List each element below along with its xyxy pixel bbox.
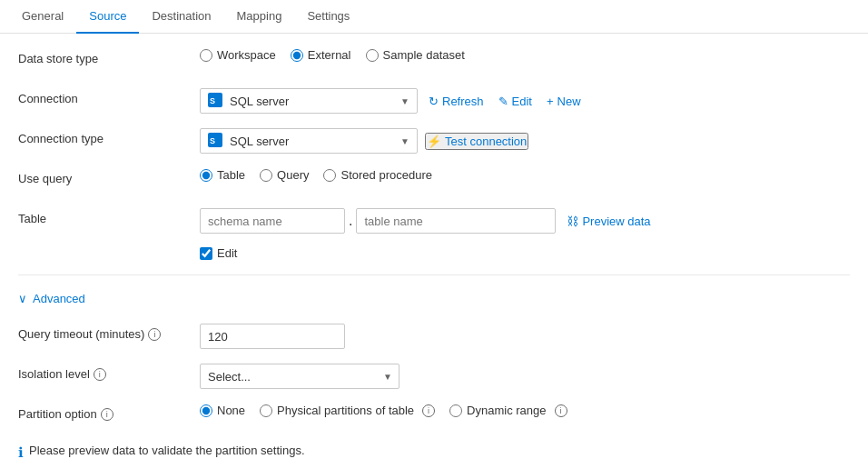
schema-name-input[interactable] [200, 208, 345, 234]
advanced-divider [18, 274, 850, 275]
edit-checkbox[interactable] [200, 247, 212, 260]
test-connection-button[interactable]: ⚡ Test connection [425, 133, 528, 150]
physical-partitions-label: Physical partitions of table [277, 404, 414, 417]
workspace-radio[interactable]: Workspace [200, 48, 276, 62]
connection-select-wrapper[interactable]: S SQL server ▼ [200, 88, 418, 114]
connection-type-row: Connection type S SQL server ▼ ⚡ Test co… [18, 128, 850, 154]
table-separator: . [349, 213, 352, 229]
info-message-icon: ℹ [18, 444, 24, 459]
query-timeout-label: Query timeout (minutes) i [18, 324, 200, 341]
partition-option-control: None Physical partitions of table i Dyna… [200, 404, 850, 417]
data-store-type-row: Data store type Workspace External Sampl… [18, 48, 850, 74]
query-timeout-input[interactable] [200, 324, 345, 349]
sql-server-icon: S [208, 93, 222, 110]
query-timeout-control [200, 324, 850, 349]
isolation-level-info-icon[interactable]: i [94, 368, 106, 381]
sample-dataset-radio[interactable]: Sample dataset [366, 48, 465, 62]
isolation-level-row: Isolation level i Select... Read uncommi… [18, 364, 850, 389]
isolation-level-select[interactable]: Select... Read uncommitted Read committe… [200, 364, 399, 389]
info-message-text: Please preview data to validate the part… [29, 444, 305, 457]
sample-dataset-label: Sample dataset [383, 48, 465, 62]
dynamic-range-info-icon[interactable]: i [555, 404, 567, 417]
query-radio-label: Query [277, 168, 309, 182]
connection-type-select-wrapper[interactable]: S SQL server ▼ [200, 128, 418, 154]
data-store-type-label: Data store type [18, 48, 200, 65]
connection-type-control: S SQL server ▼ ⚡ Test connection [200, 128, 850, 154]
table-label: Table [18, 208, 200, 225]
svg-text:S: S [210, 96, 215, 105]
none-partition-radio[interactable]: None [200, 404, 245, 417]
partition-option-row: Partition option i None Physical partiti… [18, 404, 850, 429]
use-query-radio-group: Table Query Stored procedure [200, 168, 432, 182]
advanced-toggle[interactable]: ∨ Advanced [18, 288, 850, 309]
stored-procedure-label: Stored procedure [340, 168, 431, 182]
plus-icon: + [547, 95, 554, 108]
tab-bar: General Source Destination Mapping Setti… [0, 0, 868, 34]
table-radio-label: Table [217, 168, 245, 182]
physical-partitions-info-icon[interactable]: i [422, 404, 435, 417]
new-button[interactable]: + New [543, 93, 585, 110]
advanced-label: Advanced [33, 292, 85, 305]
physical-partitions-radio[interactable]: Physical partitions of table i [260, 404, 435, 417]
use-query-label: Use query [18, 168, 200, 185]
stored-procedure-radio[interactable]: Stored procedure [323, 168, 431, 182]
use-query-row: Use query Table Query Stored procedure [18, 168, 850, 194]
workspace-label: Workspace [217, 48, 276, 62]
svg-text:S: S [210, 136, 215, 145]
connection-row: Connection S SQL server ▼ ↻ Refresh ✎ Ed… [18, 88, 850, 114]
use-query-control: Table Query Stored procedure [200, 168, 850, 182]
refresh-icon: ↻ [429, 95, 439, 108]
dynamic-range-label: Dynamic range [467, 404, 546, 417]
partition-option-info-icon[interactable]: i [101, 408, 113, 421]
external-label: External [308, 48, 351, 62]
table-control: . ⛓ Preview data Edit [200, 208, 850, 260]
none-partition-label: None [217, 404, 245, 417]
edit-button[interactable]: ✎ Edit [495, 93, 536, 110]
connection-type-label: Connection type [18, 128, 200, 145]
tab-settings[interactable]: Settings [294, 0, 362, 34]
isolation-level-label: Isolation level i [18, 364, 200, 381]
tab-mapping[interactable]: Mapping [224, 0, 295, 34]
preview-data-link[interactable]: ⛓ Preview data [567, 215, 650, 228]
data-store-type-radio-group: Workspace External Sample dataset [200, 48, 465, 62]
tab-general[interactable]: General [9, 0, 76, 34]
edit-icon: ✎ [498, 95, 508, 108]
isolation-level-select-wrapper[interactable]: Select... Read uncommitted Read committe… [200, 364, 399, 389]
external-radio[interactable]: External [291, 48, 351, 62]
isolation-level-control: Select... Read uncommitted Read committe… [200, 364, 850, 389]
connection-select[interactable]: SQL server [201, 89, 417, 113]
dynamic-range-radio[interactable]: Dynamic range i [449, 404, 567, 417]
edit-checkbox-label: Edit [217, 246, 237, 260]
info-message-row: ℹ Please preview data to validate the pa… [18, 444, 850, 459]
refresh-button[interactable]: ↻ Refresh [425, 93, 488, 110]
query-timeout-info-icon[interactable]: i [148, 328, 161, 341]
table-row: Table . ⛓ Preview data Edit [18, 208, 850, 260]
table-radio[interactable]: Table [200, 168, 245, 182]
chevron-down-icon: ∨ [18, 292, 27, 305]
partition-option-label: Partition option i [18, 404, 200, 421]
query-radio[interactable]: Query [260, 168, 309, 182]
connection-type-select[interactable]: SQL server [201, 129, 417, 153]
tab-destination[interactable]: Destination [139, 0, 223, 34]
query-timeout-row: Query timeout (minutes) i [18, 324, 850, 349]
connection-control: S SQL server ▼ ↻ Refresh ✎ Edit + New [200, 88, 850, 114]
table-name-input[interactable] [356, 208, 556, 234]
data-store-type-control: Workspace External Sample dataset [200, 48, 850, 62]
connection-label: Connection [18, 88, 200, 105]
test-connection-icon: ⚡ [427, 135, 441, 148]
tab-source[interactable]: Source [76, 0, 139, 34]
preview-data-icon: ⛓ [567, 215, 578, 228]
sql-server-type-icon: S [208, 133, 222, 150]
table-inputs-row: . ⛓ Preview data [200, 208, 651, 234]
edit-checkbox-row[interactable]: Edit [200, 246, 237, 260]
partition-radio-group: None Physical partitions of table i Dyna… [200, 404, 567, 417]
